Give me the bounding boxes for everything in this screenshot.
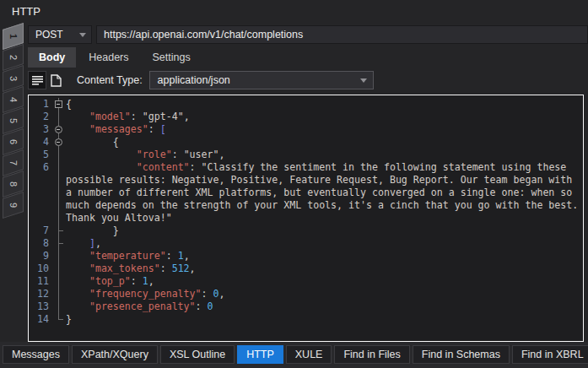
tab-headers[interactable]: Headers xyxy=(78,47,139,68)
token: , xyxy=(148,275,154,287)
token: : xyxy=(148,123,160,135)
panel-title: HTTP xyxy=(0,0,588,24)
token: 0 xyxy=(213,288,219,300)
code-line: 12 "frequency_penalty": 0, xyxy=(29,288,583,300)
code-text[interactable]: { xyxy=(66,136,583,149)
fold-toggle-icon[interactable] xyxy=(52,123,66,136)
code-text[interactable]: "presence_penalty": 0 xyxy=(66,300,583,313)
request-line: POST xyxy=(28,25,588,44)
request-tab-3[interactable]: 3 xyxy=(3,68,24,89)
content-type-select[interactable]: application/json xyxy=(149,71,374,89)
code-text[interactable]: } xyxy=(66,313,583,326)
code-line: 11 "top_p": 1, xyxy=(29,275,583,288)
request-tab-label: 4 xyxy=(3,89,24,111)
request-tab-5[interactable]: 5 xyxy=(3,111,24,131)
bottom-tab-bar: MessagesXPath/XQueryXSL OutlineHTTPXULEF… xyxy=(0,342,588,368)
code-text[interactable]: } xyxy=(66,225,583,237)
fold-guide xyxy=(52,275,66,288)
line-number: 14 xyxy=(29,313,52,326)
code-text[interactable]: "role": "user", xyxy=(66,149,583,161)
method-value: POST xyxy=(35,29,79,41)
request-tab-label: 7 xyxy=(3,153,24,174)
code-text[interactable]: "frequency_penalty": 0, xyxy=(66,288,583,300)
method-select[interactable]: POST xyxy=(28,25,92,44)
fold-guide xyxy=(52,161,66,225)
token: : xyxy=(166,250,178,262)
tab-http[interactable]: HTTP xyxy=(237,345,283,364)
tab-body[interactable]: Body xyxy=(28,47,76,68)
fold-guide xyxy=(52,288,66,300)
code-text[interactable]: "temperature": 1, xyxy=(66,250,583,262)
request-tab-2[interactable]: 2 xyxy=(3,47,24,68)
tab-xule[interactable]: XULE xyxy=(286,345,332,364)
fold-toggle-icon[interactable] xyxy=(52,136,66,149)
token xyxy=(66,250,89,262)
request-tab-9[interactable]: 9 xyxy=(3,195,24,215)
new-document-button[interactable] xyxy=(46,71,65,89)
token: } xyxy=(113,225,119,236)
line-number: 12 xyxy=(29,288,52,300)
tab-find-in-schemas[interactable]: Find in Schemas xyxy=(413,345,510,364)
token: "content" xyxy=(137,161,190,173)
token xyxy=(66,237,89,249)
request-tab-label: 6 xyxy=(3,132,24,153)
token: "model" xyxy=(89,111,131,122)
line-number: 3 xyxy=(29,123,52,136)
token: : xyxy=(131,275,143,287)
line-number: 7 xyxy=(29,225,52,237)
tab-messages[interactable]: Messages xyxy=(3,345,69,364)
token: , xyxy=(190,262,196,274)
content-type-label: Content Type: xyxy=(77,74,143,86)
token xyxy=(66,288,89,300)
request-tab-6[interactable]: 6 xyxy=(3,132,24,152)
request-tab-label: 2 xyxy=(3,47,24,68)
code-text[interactable]: { xyxy=(66,98,583,111)
content-type-value: application/json xyxy=(158,74,360,86)
code-line: 9 "temperature": 1, xyxy=(29,250,583,262)
code-text[interactable]: ], xyxy=(66,237,583,250)
body-toolbar: Content Type: application/json xyxy=(28,69,588,91)
token: : xyxy=(196,300,208,312)
tab-xsl-outline[interactable]: XSL Outline xyxy=(160,345,235,364)
code-line: 10 "max_tokens": 512, xyxy=(29,262,583,275)
line-number: 9 xyxy=(29,250,52,262)
chevron-down-icon xyxy=(79,33,86,37)
token: } xyxy=(66,313,72,325)
url-input[interactable] xyxy=(96,25,588,44)
minus-icon xyxy=(55,126,62,133)
code-text[interactable]: "messages": [ xyxy=(66,123,583,136)
code-text[interactable]: "model": "gpt-4", xyxy=(66,111,583,123)
code-text[interactable]: "max_tokens": 512, xyxy=(66,262,583,275)
line-number: 8 xyxy=(29,237,52,250)
tab-find-in-files[interactable]: Find in Files xyxy=(334,345,409,364)
token: "temperature" xyxy=(89,250,166,262)
code-area[interactable]: 1{2 "model": "gpt-4",3 "messages": [4 {5… xyxy=(28,95,584,342)
request-tab-1[interactable]: 1 xyxy=(3,26,24,46)
token xyxy=(66,136,113,148)
fold-guide xyxy=(52,225,66,237)
word-wrap-button[interactable] xyxy=(28,71,46,89)
body-headers-settings-tabs: BodyHeadersSettings xyxy=(28,47,588,68)
request-tab-7[interactable]: 7 xyxy=(3,153,24,173)
line-number: 1 xyxy=(29,98,52,111)
tab-xpath-xquery[interactable]: XPath/XQuery xyxy=(72,345,158,364)
minus-icon xyxy=(55,100,62,108)
token xyxy=(66,262,89,274)
token: { xyxy=(66,98,72,110)
code-text[interactable]: "top_p": 1, xyxy=(66,275,583,288)
code-text[interactable]: "content": "Classify the sentiment in th… xyxy=(66,161,583,225)
token: : xyxy=(172,149,184,160)
token: : xyxy=(131,111,143,122)
fold-toggle-icon[interactable] xyxy=(52,98,66,111)
fold-guide xyxy=(52,262,66,275)
token: "role" xyxy=(137,149,172,160)
code-line: 13 "presence_penalty": 0 xyxy=(29,300,583,313)
request-tab-4[interactable]: 4 xyxy=(3,89,24,110)
token: [ xyxy=(160,123,166,135)
request-tab-8[interactable]: 8 xyxy=(3,174,24,194)
request-tab-label: 9 xyxy=(3,195,24,216)
token: "presence_penalty" xyxy=(89,300,196,312)
tab-settings[interactable]: Settings xyxy=(142,47,202,68)
request-panel: POST BodyHeadersSettings xyxy=(25,24,588,342)
tab-find-in-xbrl[interactable]: Find in XBRL xyxy=(512,345,588,364)
